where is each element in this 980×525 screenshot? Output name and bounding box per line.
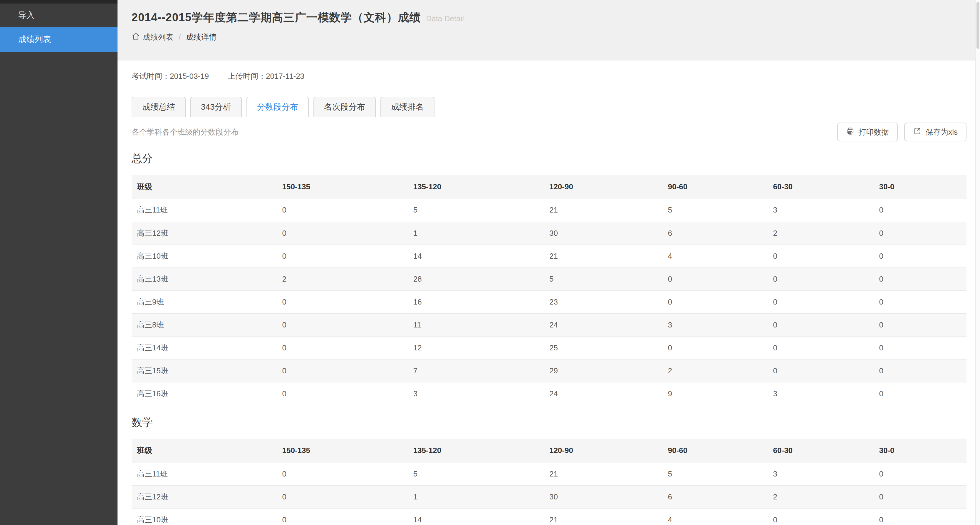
count-cell: 29: [544, 359, 663, 382]
count-cell: 0: [277, 463, 408, 486]
upload-time: 上传时间：2017-11-23: [228, 71, 304, 81]
table-row: 高三14班01225000: [132, 336, 966, 359]
meta-row: 考试时间：2015-03-19 上传时间：2017-11-23: [132, 71, 966, 81]
print-data-button[interactable]: 打印数据: [837, 123, 898, 141]
score-sections: 总分 班级150-135135-120120-9090-6060-3030-0 …: [132, 152, 966, 525]
tab-description: 各个学科各个班级的分数段分布: [132, 127, 239, 137]
class-name-cell: 高三13班: [132, 268, 277, 290]
class-name-cell: 高三12班: [132, 222, 277, 244]
count-cell: 3: [768, 199, 874, 222]
count-cell: 2: [662, 359, 768, 382]
count-cell: 0: [768, 509, 874, 525]
vertical-scrollbar[interactable]: [975, 0, 980, 525]
column-header-class: 班级: [132, 175, 277, 199]
class-name-cell: 高三9班: [132, 290, 277, 313]
count-cell: 1: [408, 486, 544, 509]
count-cell: 0: [662, 336, 768, 359]
count-cell: 28: [408, 268, 544, 290]
count-cell: 30: [544, 222, 663, 244]
sidebar-item-score-list[interactable]: 成绩列表: [0, 27, 118, 52]
tab-score-summary[interactable]: 成绩总结: [132, 97, 186, 117]
count-cell: 5: [408, 463, 544, 486]
count-cell: 0: [873, 509, 966, 525]
table-row: 高三9班01623000: [132, 290, 966, 313]
count-cell: 5: [408, 199, 544, 222]
count-cell: 0: [873, 244, 966, 268]
count-cell: 0: [768, 244, 874, 268]
tab-score-ranking[interactable]: 成绩排名: [380, 97, 434, 117]
count-cell: 4: [662, 244, 768, 268]
count-cell: 7: [408, 359, 544, 382]
column-header-range: 135-120: [408, 175, 544, 199]
score-table: 班级150-135135-120120-9090-6060-3030-0 高三1…: [132, 175, 966, 405]
count-cell: 12: [408, 336, 544, 359]
table-header-row: 班级150-135135-120120-9090-6060-3030-0: [132, 175, 966, 199]
count-cell: 0: [277, 222, 408, 244]
count-cell: 2: [768, 486, 874, 509]
count-cell: 5: [544, 268, 663, 290]
sidebar-item-import[interactable]: 导入: [0, 3, 118, 27]
column-header-range: 120-90: [544, 175, 663, 199]
count-cell: 0: [873, 463, 966, 486]
page-title: 2014--2015学年度第二学期高三广一模数学（文科）成绩: [132, 10, 421, 25]
score-section: 总分 班级150-135135-120120-9090-6060-3030-0 …: [132, 152, 966, 405]
class-name-cell: 高三10班: [132, 509, 277, 525]
count-cell: 21: [544, 244, 663, 268]
table-row: 高三16班0324930: [132, 382, 966, 405]
breadcrumb: 成绩列表 / 成绩详情: [132, 32, 980, 42]
count-cell: 21: [544, 509, 663, 525]
count-cell: 0: [873, 222, 966, 244]
main-area: 2014--2015学年度第二学期高三广一模数学（文科）成绩 Data Deta…: [118, 0, 980, 525]
count-cell: 0: [768, 313, 874, 336]
table-row: 高三10班01421400: [132, 244, 966, 268]
sidebar-top-strip: [0, 0, 118, 3]
count-cell: 0: [873, 382, 966, 405]
count-cell: 25: [544, 336, 663, 359]
column-header-range: 90-60: [662, 439, 768, 463]
count-cell: 5: [662, 199, 768, 222]
count-cell: 0: [768, 359, 874, 382]
tab-rank-band-distribution[interactable]: 名次段分布: [313, 97, 376, 117]
count-cell: 5: [662, 463, 768, 486]
count-cell: 0: [662, 268, 768, 290]
breadcrumb-separator: /: [178, 33, 181, 42]
column-header-range: 150-135: [277, 439, 408, 463]
count-cell: 0: [277, 244, 408, 268]
class-name-cell: 高三11班: [132, 199, 277, 222]
count-cell: 2: [277, 268, 408, 290]
count-cell: 0: [277, 290, 408, 313]
count-cell: 3: [662, 313, 768, 336]
count-cell: 30: [544, 486, 663, 509]
count-cell: 0: [277, 382, 408, 405]
count-cell: 0: [873, 290, 966, 313]
column-header-range: 30-0: [873, 175, 966, 199]
count-cell: 16: [408, 290, 544, 313]
class-name-cell: 高三16班: [132, 382, 277, 405]
count-cell: 14: [408, 509, 544, 525]
count-cell: 0: [873, 359, 966, 382]
column-header-range: 60-30: [768, 439, 874, 463]
count-cell: 0: [873, 199, 966, 222]
count-cell: 0: [873, 268, 966, 290]
count-cell: 24: [544, 313, 663, 336]
table-row: 高三13班2285000: [132, 268, 966, 290]
count-cell: 0: [277, 313, 408, 336]
count-cell: 0: [277, 509, 408, 525]
scrollbar-thumb[interactable]: [977, 2, 979, 49]
class-name-cell: 高三10班: [132, 244, 277, 268]
section-title: 数学: [132, 415, 966, 430]
printer-icon: [846, 127, 858, 137]
count-cell: 0: [873, 486, 966, 509]
count-cell: 3: [768, 382, 874, 405]
tab-score-band-distribution[interactable]: 分数段分布: [247, 97, 309, 117]
class-name-cell: 高三11班: [132, 463, 277, 486]
count-cell: 2: [768, 222, 874, 244]
count-cell: 0: [873, 313, 966, 336]
exam-time: 考试时间：2015-03-19: [132, 71, 209, 81]
count-cell: 14: [408, 244, 544, 268]
content: 考试时间：2015-03-19 上传时间：2017-11-23 成绩总结 343…: [118, 71, 980, 525]
table-row: 高三8班01124300: [132, 313, 966, 336]
breadcrumb-root[interactable]: 成绩列表: [143, 32, 173, 42]
tab-343-analysis[interactable]: 343分析: [190, 97, 242, 117]
save-xls-button[interactable]: 保存为xls: [904, 123, 966, 141]
